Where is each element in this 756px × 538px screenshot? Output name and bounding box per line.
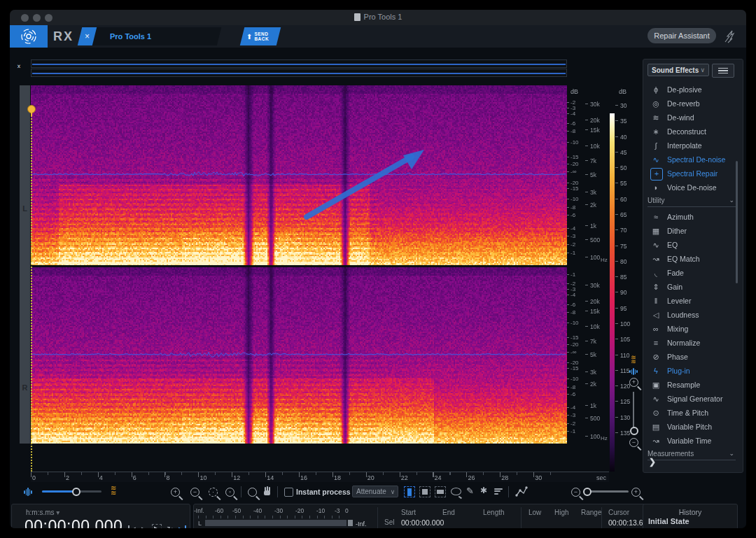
brush-tool-icon[interactable]: ✎: [466, 486, 474, 496]
spec-wave-blend-slider-handle[interactable]: [72, 488, 80, 496]
zoom-fit-icon[interactable]: ◦: [225, 488, 234, 497]
overview-strip-right[interactable]: [31, 69, 567, 77]
zoom-out-freq-icon[interactable]: −: [629, 438, 638, 447]
amp-tick-label: -15: [570, 154, 579, 160]
amplitude-lines-icon[interactable]: [494, 487, 503, 495]
play-icon[interactable]: ▶: [141, 525, 147, 528]
module-variable-time[interactable]: ↝Variable Time: [643, 434, 744, 448]
module-sidebar: Sound Effects ∨ ɸDe-plosive◎De-reverb≋De…: [643, 59, 743, 473]
module-eq-match[interactable]: ↝EQ Match: [643, 253, 744, 267]
module-spectral-repair[interactable]: +Spectral Repair: [643, 167, 744, 181]
module-deconstruct[interactable]: ∗Deconstruct: [643, 125, 744, 139]
repair-wand-icon[interactable]: [724, 29, 739, 43]
section-header-measurements[interactable]: Measurements⌄: [648, 448, 736, 461]
freq-tick-label: 1k: [590, 222, 596, 229]
module-phase[interactable]: ⊘Phase: [643, 351, 744, 364]
module-variable-pitch[interactable]: ▤Variable Pitch: [643, 420, 744, 434]
collapse-overview-icon[interactable]: ⌄⌃: [13, 62, 24, 71]
hzoom-in-icon[interactable]: +: [631, 488, 640, 497]
hzoom-slider-handle[interactable]: [583, 488, 592, 496]
amp-tick-label: -6: [570, 391, 575, 397]
repair-assistant-button[interactable]: Repair Assistant: [648, 28, 716, 43]
process-mode-dropdown[interactable]: Attenuate∨: [352, 486, 398, 497]
module-label: EQ: [667, 241, 678, 249]
module-list-scrollbar[interactable]: [736, 161, 738, 283]
module-plug-in[interactable]: ϟPlug-in: [643, 364, 744, 378]
spectrogram-right-channel[interactable]: [31, 267, 567, 444]
time-selection-tool[interactable]: [404, 486, 415, 497]
module-azimuth[interactable]: ≈Azimuth: [643, 211, 744, 225]
history-item-initial-state[interactable]: Initial State: [648, 517, 690, 525]
amp-tick-label: -4: [570, 111, 575, 117]
amp-tick-label: -∞: [570, 169, 576, 175]
section-header-utility[interactable]: Utility⌄: [648, 195, 736, 208]
interpolate-icon: ∫: [650, 140, 662, 151]
freq-zoom-slider-track[interactable]: [633, 392, 634, 428]
waveform-opacity-icon[interactable]: [24, 488, 32, 496]
time-format-selector[interactable]: h:m:s.ms ▾: [26, 509, 59, 516]
module-gain[interactable]: ⇕Gain: [643, 281, 744, 295]
find-magnifier-icon[interactable]: [248, 488, 257, 497]
module-de-plosive[interactable]: ɸDe-plosive: [643, 83, 744, 97]
panel-expander-arrow[interactable]: ❯: [649, 457, 656, 467]
hzoom-out-icon[interactable]: −: [571, 488, 580, 497]
frequency-selection-tool[interactable]: [419, 486, 430, 497]
zoom-in-time-icon[interactable]: +: [171, 488, 180, 497]
go-to-end-icon[interactable]: ▶: [178, 525, 186, 528]
zoom-in-freq-icon[interactable]: +: [629, 378, 638, 387]
module-label: Interpolate: [667, 141, 702, 150]
play-selection-icon[interactable]: ▶: [152, 524, 162, 528]
meter-scale-label: 0: [345, 507, 349, 514]
meter-clip-l[interactable]: [348, 520, 353, 526]
nodes-tool-icon[interactable]: [515, 486, 528, 497]
instant-process-checkbox[interactable]: [284, 488, 293, 497]
tab-pro-tools-1[interactable]: Pro Tools 1: [92, 27, 221, 45]
macos-titlebar: Pro Tools 1: [10, 10, 746, 25]
time-frequency-selection-tool[interactable]: [435, 486, 446, 497]
waveform-view-icon[interactable]: [629, 368, 638, 375]
module-mixing[interactable]: ∞Mixing: [643, 323, 744, 337]
magic-wand-tool-icon[interactable]: ✱: [480, 486, 487, 495]
module-resample[interactable]: ▣Resample: [643, 378, 744, 392]
module-de-wind[interactable]: ≋De-wind: [643, 111, 744, 125]
spectrogram-opacity-icon[interactable]: ≋ ≋: [111, 486, 116, 495]
time-ruler[interactable]: 024681012141618202224262830 sec: [31, 472, 609, 482]
spectrogram-view-icon[interactable]: ≋ ≋: [628, 355, 639, 364]
info-panel: L -Inf. R -Inf. 32-bit float | 96000 Hz …: [193, 504, 648, 528]
module-leveler[interactable]: ‖Leveler: [643, 295, 744, 309]
module-label: Fade: [667, 269, 684, 277]
meter-scale-label: -30: [274, 507, 283, 514]
module-eq[interactable]: ∿EQ: [643, 239, 744, 253]
module-voice-de-noise[interactable]: ◗Voice De-noise: [643, 181, 744, 195]
de-wind-icon: ≋: [650, 112, 662, 123]
module-dither[interactable]: ▦Dither: [643, 225, 744, 239]
module-normalize[interactable]: ≡Normalize: [643, 337, 744, 351]
module-de-reverb[interactable]: ◎De-reverb: [643, 97, 744, 111]
zoom-out-time-icon[interactable]: −: [190, 488, 200, 497]
lasso-tool-icon[interactable]: [451, 488, 461, 495]
module-interpolate[interactable]: ∫Interpolate: [643, 139, 744, 153]
time-pitch-icon: ⊙: [650, 407, 662, 418]
module-loudness[interactable]: ◁Loudness: [643, 309, 744, 323]
freq-tick-label: 30k: [590, 101, 600, 108]
app-header: RX × Pro Tools 1 ⬆ SENDBACK Repair Assis…: [10, 25, 746, 49]
overview-strip-left[interactable]: [31, 59, 567, 68]
hand-tool-icon[interactable]: [263, 487, 272, 496]
freq-zoom-slider-handle[interactable]: [630, 427, 638, 435]
sel-start-value: 00:00:00.000: [401, 518, 444, 527]
module-spectral-de-noise[interactable]: ∿Spectral De-noise: [643, 153, 744, 167]
module-time-pitch[interactable]: ⊙Time & Pitch: [643, 406, 744, 420]
module-fade[interactable]: ◟Fade: [643, 267, 744, 281]
record-icon[interactable]: ●: [117, 526, 121, 528]
loop-icon[interactable]: ↻: [167, 525, 174, 528]
freq-tick-label: 15k: [590, 127, 600, 134]
go-to-start-icon[interactable]: ◀: [128, 525, 136, 528]
module-signal-generator[interactable]: ∿Signal Generator: [643, 392, 744, 406]
ruler-label: 26: [468, 474, 475, 481]
monitor-icon[interactable]: ∩: [104, 525, 111, 528]
send-back-button[interactable]: ⬆ SENDBACK: [240, 27, 281, 45]
col-low-header: Low: [528, 509, 541, 516]
zoom-selection-icon[interactable]: ·: [209, 488, 218, 497]
meter-bar-l: [205, 520, 346, 526]
module-label: De-plosive: [667, 85, 702, 94]
